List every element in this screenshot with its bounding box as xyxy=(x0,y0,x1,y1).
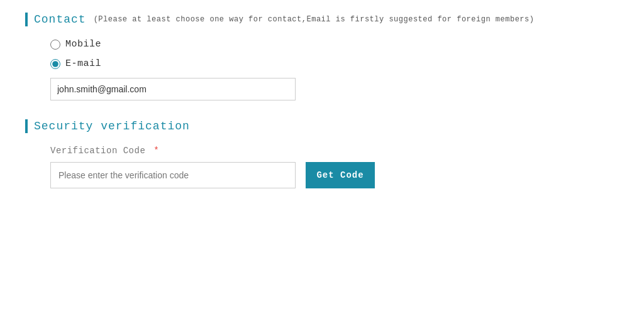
security-heading: Security verification xyxy=(25,119,619,133)
contact-heading: Contact (Please at least choose one way … xyxy=(25,13,619,26)
contact-heading-bar xyxy=(25,13,28,26)
email-input-container xyxy=(50,78,619,100)
contact-title: Contact xyxy=(34,13,86,26)
email-radio-item[interactable]: E-mail xyxy=(50,58,619,69)
security-title: Security verification xyxy=(34,120,190,132)
verification-code-input[interactable] xyxy=(50,162,296,188)
contact-section: Contact (Please at least choose one way … xyxy=(25,13,619,100)
mobile-radio-label: Mobile xyxy=(65,39,101,50)
verification-code-label: Verification Code xyxy=(50,146,145,156)
email-input[interactable] xyxy=(50,78,296,100)
mobile-radio-input[interactable] xyxy=(50,40,60,50)
verification-row: Get Code xyxy=(50,162,619,188)
page-container: Contact (Please at least choose one way … xyxy=(0,0,644,201)
security-section: Security verification Verification Code … xyxy=(25,119,619,188)
verification-code-label-row: Verification Code * xyxy=(50,146,619,156)
required-star: * xyxy=(153,146,159,156)
contact-subtitle: (Please at least choose one way for cont… xyxy=(94,15,535,24)
security-heading-bar xyxy=(25,119,28,133)
email-radio-label: E-mail xyxy=(65,58,101,69)
get-code-button[interactable]: Get Code xyxy=(306,162,375,188)
email-radio-input[interactable] xyxy=(50,59,60,69)
contact-radio-group: Mobile E-mail xyxy=(50,39,619,69)
mobile-radio-item[interactable]: Mobile xyxy=(50,39,619,50)
